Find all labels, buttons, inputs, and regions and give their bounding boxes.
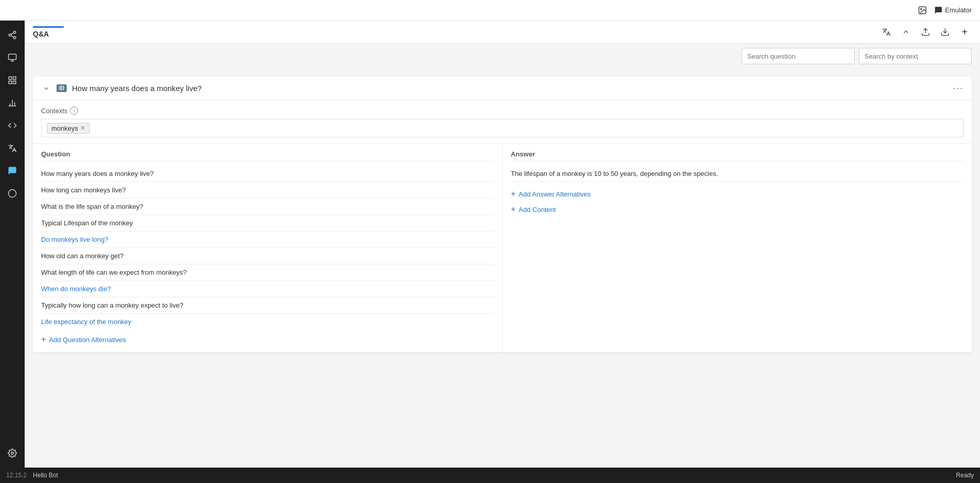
- question-item[interactable]: Typically how long can a monkey expect t…: [41, 297, 494, 314]
- question-list: How many years does a monkey live?How lo…: [41, 166, 494, 330]
- svg-rect-13: [13, 81, 16, 84]
- answer-text: The lifespan of a monkey is 10 to 50 yea…: [511, 166, 964, 182]
- page-title: Q&A: [33, 30, 64, 38]
- svg-rect-12: [9, 81, 11, 84]
- svg-point-4: [13, 37, 16, 39]
- question-item[interactable]: How long can monkeys live?: [41, 182, 494, 199]
- settings-icon[interactable]: [2, 443, 23, 463]
- version-text: 12.15.2: [6, 472, 27, 479]
- add-content-label: Add Content: [519, 206, 556, 213]
- home-icon[interactable]: [2, 47, 23, 68]
- chat-icon[interactable]: [2, 160, 23, 181]
- more-options-icon[interactable]: ···: [953, 83, 964, 94]
- share-icon[interactable]: [2, 25, 23, 45]
- question-title: How many years does a monkey live?: [72, 84, 948, 93]
- svg-point-18: [9, 190, 16, 198]
- collapse-icon[interactable]: [41, 83, 51, 94]
- top-bar: Emulator: [0, 0, 980, 21]
- emulator-label: Emulator: [945, 6, 972, 14]
- answer-column: Answer The lifespan of a monkey is 10 to…: [503, 144, 972, 352]
- sidebar: [0, 21, 25, 468]
- contexts-section: Contexts i monkeys ✕: [33, 100, 972, 144]
- context-tag-monkeys: monkeys ✕: [47, 123, 90, 134]
- context-tag-text: monkeys: [51, 124, 78, 132]
- add-content-button[interactable]: + Add Content: [511, 202, 964, 217]
- svg-line-6: [11, 33, 13, 34]
- status-text: Ready: [956, 472, 974, 479]
- bottom-bar: 12.15.2 Hello Bot Ready: [0, 468, 980, 483]
- question-item[interactable]: Do monkeys live long?: [41, 231, 494, 248]
- bottom-left: 12.15.2 Hello Bot: [6, 472, 58, 479]
- upload-icon[interactable]: [918, 25, 933, 39]
- page-title-bar: Q&A: [33, 26, 64, 38]
- sort-up-icon[interactable]: [899, 25, 913, 39]
- add-answer-alt-plus: +: [511, 189, 515, 199]
- code-icon[interactable]: [2, 115, 23, 136]
- add-question-alt-label: Add Question Alternatives: [49, 336, 126, 344]
- question-item[interactable]: How old can a monkey get?: [41, 248, 494, 264]
- add-content-plus: +: [511, 205, 515, 214]
- question-item[interactable]: How many years does a monkey live?: [41, 166, 494, 182]
- svg-rect-11: [13, 77, 16, 79]
- question-item[interactable]: Typical Lifespan of the monkey: [41, 215, 494, 231]
- contexts-info-icon[interactable]: i: [70, 106, 78, 115]
- context-tag-close[interactable]: ✕: [80, 124, 85, 132]
- svg-point-3: [9, 34, 11, 37]
- add-question-alternatives-button[interactable]: + Add Question Alternatives: [41, 330, 494, 346]
- search-question-input[interactable]: [742, 48, 855, 64]
- image-icon[interactable]: [917, 5, 928, 16]
- qa-columns: Question How many years does a monkey li…: [33, 144, 972, 352]
- title-underline: [33, 26, 64, 28]
- chart-icon[interactable]: [2, 93, 23, 113]
- question-item[interactable]: When do monkeys die?: [41, 281, 494, 297]
- question-item[interactable]: What length of life can we expect from m…: [41, 264, 494, 281]
- content-area: Q&A: [25, 21, 980, 468]
- question-column: Question How many years does a monkey li…: [33, 144, 503, 352]
- grid-icon[interactable]: [2, 70, 23, 91]
- search-area: [25, 44, 980, 68]
- context-tags-container[interactable]: monkeys ✕: [41, 119, 964, 137]
- plus-icon: +: [41, 335, 46, 344]
- contexts-label-text: Contexts: [41, 107, 67, 115]
- id-badge: ID: [57, 84, 67, 92]
- translate-icon[interactable]: [2, 138, 23, 158]
- contexts-label: Contexts i: [41, 106, 964, 115]
- search-context-input[interactable]: [859, 48, 972, 64]
- svg-rect-7: [9, 54, 16, 60]
- circle-icon[interactable]: [2, 183, 23, 204]
- question-item[interactable]: Life expectancy of the monkey: [41, 314, 494, 330]
- question-column-header: Question: [41, 150, 494, 162]
- qa-content: ID How many years does a monkey live? ··…: [25, 68, 980, 468]
- answer-column-header: Answer: [511, 150, 964, 162]
- svg-point-1: [920, 8, 921, 9]
- add-qa-icon[interactable]: +: [957, 25, 972, 39]
- question-item[interactable]: What is the life span of a monkey?: [41, 199, 494, 215]
- page-header: Q&A: [25, 21, 980, 44]
- translate-toolbar-icon[interactable]: [879, 25, 894, 39]
- svg-point-2: [13, 31, 16, 34]
- question-card: ID How many years does a monkey live? ··…: [33, 77, 972, 352]
- add-answer-alt-label: Add Answer Alternatives: [519, 190, 590, 198]
- add-answer-alternatives-button[interactable]: + Add Answer Alternatives: [511, 186, 964, 202]
- question-header-row: ID How many years does a monkey live? ··…: [33, 77, 972, 100]
- svg-line-5: [11, 35, 13, 37]
- svg-point-19: [11, 452, 14, 455]
- emulator-button[interactable]: Emulator: [934, 6, 972, 14]
- toolbar: +: [879, 25, 972, 39]
- svg-rect-10: [9, 77, 11, 79]
- bot-name: Hello Bot: [33, 472, 58, 479]
- download-icon[interactable]: [938, 25, 952, 39]
